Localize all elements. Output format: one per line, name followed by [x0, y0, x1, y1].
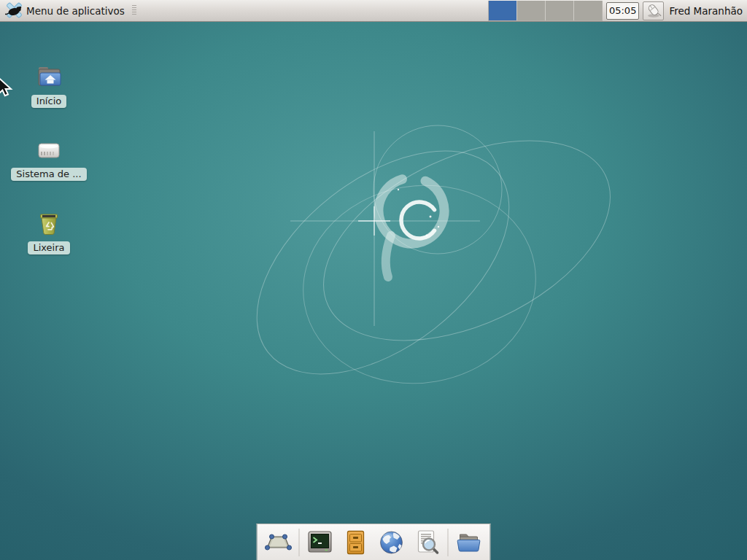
- workspace-2[interactable]: [517, 1, 545, 20]
- bottom-dock: [257, 524, 491, 560]
- show-desktop-button[interactable]: [263, 527, 294, 558]
- dock-separator: [299, 529, 300, 556]
- app-finder-launcher[interactable]: [412, 527, 443, 558]
- terminal-launcher[interactable]: [305, 527, 336, 558]
- workspace-4[interactable]: [574, 1, 602, 20]
- desktop-icon-filesystem[interactable]: Sistema de ...: [4, 136, 93, 181]
- applications-menu-label: Menu de aplicativos: [26, 5, 125, 17]
- top-panel: Menu de aplicativos 05:05 Fred Maranhão: [0, 0, 747, 22]
- desktop-icon-label: Sistema de ...: [11, 168, 86, 181]
- status-tray-button[interactable]: [643, 1, 664, 20]
- desktop-icon-trash[interactable]: Lixeira: [4, 210, 93, 254]
- home-folder-icon: [34, 63, 63, 91]
- document-search-icon: [413, 528, 442, 557]
- mouse-icon: [646, 4, 662, 18]
- file-manager-launcher[interactable]: [454, 527, 484, 558]
- workspace-switcher: [488, 1, 603, 21]
- trash-icon: [34, 210, 63, 238]
- dock-separator: [448, 529, 449, 556]
- clock-time: 05:05: [609, 5, 636, 16]
- workspace-1-active[interactable]: [489, 1, 516, 20]
- desktop-icon-home[interactable]: Início: [4, 63, 93, 108]
- web-browser-icon: [377, 528, 406, 557]
- terminal-icon: [306, 528, 335, 557]
- show-desktop-icon: [264, 528, 293, 557]
- workspace-3[interactable]: [546, 1, 573, 20]
- username-label: Fred Maranhão: [667, 5, 743, 17]
- wallpaper-debian-lines: [0, 22, 747, 560]
- desktop[interactable]: Início Sistema de ... Lixeira: [0, 22, 747, 560]
- desktop-icon-label: Início: [31, 95, 66, 108]
- filesystem-drive-icon: [34, 136, 63, 164]
- panel-grip-handle[interactable]: [132, 5, 136, 16]
- clock[interactable]: 05:05: [606, 2, 639, 20]
- web-browser-launcher[interactable]: [376, 527, 407, 558]
- file-cabinet-launcher[interactable]: [341, 527, 371, 558]
- xfce-menu-icon: [5, 2, 23, 20]
- file-cabinet-icon: [341, 528, 371, 557]
- desktop-icon-label: Lixeira: [28, 241, 69, 254]
- applications-menu-button[interactable]: Menu de aplicativos: [2, 0, 128, 21]
- folder-icon: [454, 528, 484, 557]
